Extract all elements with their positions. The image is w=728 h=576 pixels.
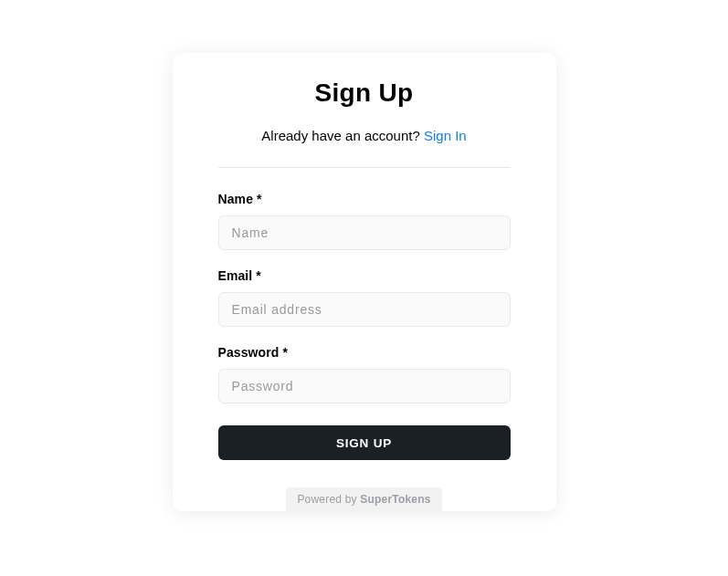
field-email: Email *: [218, 268, 511, 327]
email-label: Email *: [218, 268, 511, 283]
signup-card: Sign Up Already have an account? Sign In…: [173, 53, 556, 511]
field-name: Name *: [218, 192, 511, 250]
page-title: Sign Up: [218, 79, 511, 108]
footer-brand: SuperTokens: [360, 493, 430, 506]
email-field[interactable]: [218, 292, 511, 327]
footer: Powered by SuperTokens: [173, 487, 556, 511]
password-input[interactable]: [218, 369, 511, 403]
powered-by-link[interactable]: Powered by SuperTokens: [286, 487, 441, 511]
name-input[interactable]: [218, 215, 511, 250]
field-password: Password *: [218, 345, 511, 403]
footer-prefix: Powered by: [297, 493, 360, 506]
password-label: Password *: [218, 345, 511, 360]
sign-in-link[interactable]: Sign In: [424, 128, 467, 143]
subtitle-row: Already have an account? Sign In: [218, 128, 511, 143]
name-label: Name *: [218, 192, 511, 206]
sign-up-button[interactable]: SIGN UP: [218, 425, 511, 460]
divider: [218, 167, 511, 168]
subtitle-text: Already have an account?: [261, 128, 424, 143]
